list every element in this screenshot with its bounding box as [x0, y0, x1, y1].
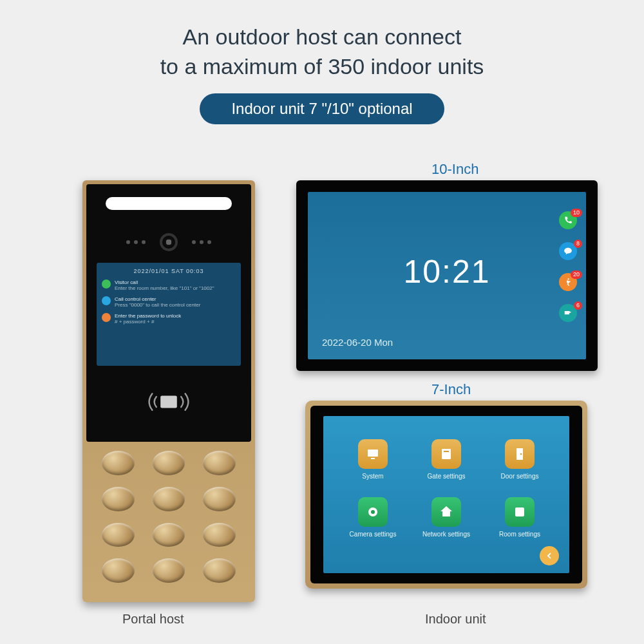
- keypad-key[interactable]: [102, 487, 135, 511]
- headline: An outdoor host can connect to a maximum…: [0, 0, 644, 82]
- keypad-key[interactable]: [203, 558, 236, 583]
- portal-lcd-date: 2022/01/01 SAT 00:03: [102, 268, 236, 274]
- label-10inch: 10-Inch: [431, 161, 478, 178]
- size-pill: Indoor unit 7 "/10" optional: [200, 93, 444, 124]
- app-gate[interactable]: Gate settings: [416, 434, 477, 484]
- camera-lens: [160, 233, 178, 251]
- svg-point-6: [520, 453, 522, 455]
- message-icon[interactable]: 8: [559, 242, 577, 260]
- monitor-7inch: System Gate settings Door settings Camer…: [305, 401, 587, 589]
- keypad-key[interactable]: [102, 451, 135, 475]
- monitor-10inch: 10:21 2022-06-20 Mon 10 8 20 6: [296, 180, 598, 371]
- camera-icon[interactable]: 6: [559, 304, 577, 322]
- app-door[interactable]: Door settings: [489, 434, 550, 484]
- svg-rect-0: [160, 395, 177, 408]
- rfid-icon: [86, 385, 251, 421]
- camera-row: [86, 231, 251, 254]
- headline-line-1: An outdoor host can connect: [0, 23, 644, 52]
- keypad: [102, 451, 236, 583]
- keypad-key[interactable]: [102, 558, 135, 583]
- svg-rect-9: [515, 507, 524, 516]
- keypad-key[interactable]: [153, 558, 185, 583]
- keypad-key[interactable]: [153, 487, 185, 511]
- keypad-key[interactable]: [153, 523, 185, 547]
- keypad-key[interactable]: [203, 523, 236, 547]
- monitor-7inch-screen[interactable]: System Gate settings Door settings Camer…: [323, 416, 569, 573]
- clock-date: 2022-06-20 Mon: [322, 337, 393, 348]
- keypad-key[interactable]: [203, 487, 236, 511]
- phone-icon: [102, 279, 111, 289]
- svg-point-8: [371, 510, 375, 514]
- svg-rect-1: [368, 450, 378, 457]
- call-icon[interactable]: 10: [559, 211, 577, 229]
- app-room[interactable]: Room settings: [489, 492, 550, 542]
- keypad-key[interactable]: [153, 451, 185, 475]
- svg-rect-3: [442, 449, 451, 459]
- back-button[interactable]: [540, 546, 559, 565]
- motion-icon[interactable]: 20: [559, 273, 577, 291]
- portal-caption: Portal host: [122, 612, 184, 627]
- keypad-key[interactable]: [203, 451, 236, 475]
- svg-rect-2: [371, 458, 375, 459]
- headline-line-2: to a maximum of 350 indoor units: [0, 52, 644, 82]
- svg-rect-4: [444, 451, 449, 452]
- portal-lcd: 2022/01/01 SAT 00:03 Visitor callEnter t…: [97, 263, 241, 366]
- app-camera[interactable]: Camera settings: [343, 492, 403, 542]
- led-strip: [106, 197, 232, 210]
- indoor-caption: Indoor unit: [425, 612, 486, 627]
- monitor-10inch-screen[interactable]: 10:21 2022-06-20 Mon 10 8 20 6: [308, 192, 586, 359]
- label-7inch: 7-Inch: [431, 381, 471, 398]
- key-icon: [102, 313, 111, 322]
- clock-time: 10:21: [403, 253, 490, 290]
- app-network[interactable]: Network settings: [416, 492, 477, 542]
- keypad-key[interactable]: [102, 523, 135, 547]
- operator-icon: [102, 296, 111, 305]
- svg-rect-5: [516, 448, 523, 460]
- portal-host-device: 2022/01/01 SAT 00:03 Visitor callEnter t…: [82, 180, 255, 602]
- app-system[interactable]: System: [343, 434, 403, 484]
- portal-top-panel: 2022/01/01 SAT 00:03 Visitor callEnter t…: [86, 184, 251, 442]
